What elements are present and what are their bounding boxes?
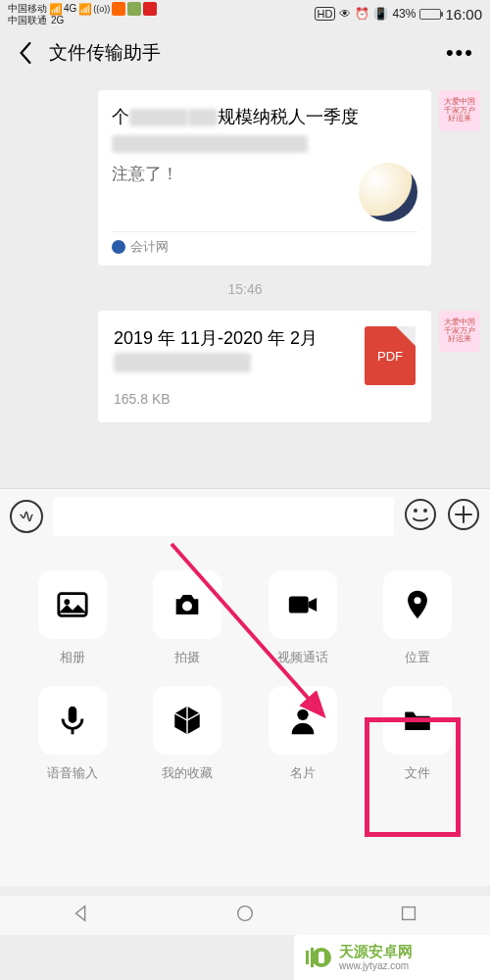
svg-point-0: [406, 500, 435, 529]
alarm-icon: ⏰: [355, 7, 369, 21]
more-button[interactable]: •••: [446, 40, 478, 66]
svg-rect-11: [406, 717, 431, 719]
nav-recent[interactable]: [398, 903, 419, 928]
attachment-label: 位置: [405, 649, 430, 666]
blurred-text: [129, 109, 188, 126]
square-icon: [398, 903, 419, 924]
attachment-camera[interactable]: 拍摄: [135, 570, 241, 666]
watermark: 天源安卓网 www.jytyaz.com: [294, 935, 490, 980]
watermark-logo-icon: [304, 943, 333, 972]
attachment-label: 我的收藏: [162, 764, 213, 782]
pdf-icon: PDF: [365, 326, 416, 385]
app-shortcut-icon: [127, 2, 141, 16]
file-name: 2019 年 11月-2020 年 2月: [114, 326, 351, 375]
svg-point-8: [415, 597, 421, 604]
input-bar: [0, 488, 490, 543]
svg-rect-18: [318, 952, 324, 963]
carrier-1: 中国移动: [8, 4, 47, 14]
chevron-left-icon: [19, 42, 32, 64]
attachment-label: 相册: [60, 649, 85, 666]
svg-point-13: [238, 906, 253, 921]
message-row: 大爱中国 千家万户 好运来 个规模纳税人一季度 注意了！ 会计网: [10, 90, 480, 266]
app-shortcut-icon: [112, 2, 125, 16]
vibrate-icon: 📳: [373, 7, 388, 21]
hd-badge: HD: [315, 7, 336, 21]
location-pin-icon: [401, 588, 434, 621]
blurred-text: [188, 109, 218, 126]
avatar[interactable]: 大爱中国 千家万户 好运来: [439, 311, 480, 352]
article-subtitle: 注意了！: [112, 163, 178, 185]
svg-rect-15: [306, 951, 309, 964]
source-icon: [112, 240, 125, 254]
plus-icon: [447, 498, 480, 531]
svg-point-1: [414, 509, 417, 513]
smile-icon: [404, 498, 437, 531]
timestamp: 15:46: [10, 281, 480, 297]
attachment-label: 文件: [405, 764, 430, 782]
message-row: 大爱中国 千家万户 好运来 2019 年 11月-2020 年 2月 165.8…: [10, 311, 480, 422]
attachment-label: 名片: [290, 764, 316, 782]
attachment-file[interactable]: 文件: [366, 686, 471, 782]
carrier-2: 中国联通: [8, 16, 47, 25]
article-thumbnail: [359, 163, 417, 221]
hotspot-icon: ((o)): [93, 5, 110, 14]
svg-rect-14: [402, 907, 415, 920]
triangle-left-icon: [71, 903, 92, 924]
svg-point-2: [423, 509, 427, 513]
chat-header: 文件传输助手 •••: [0, 27, 490, 78]
folder-icon: [401, 704, 434, 737]
attachment-label: 拍摄: [174, 649, 200, 666]
eye-icon: 👁: [339, 7, 351, 21]
nav-home[interactable]: [234, 903, 256, 928]
svg-rect-9: [69, 707, 77, 723]
image-icon: [56, 588, 89, 621]
clock: 16:00: [445, 6, 482, 23]
system-nav-bar: [0, 896, 490, 935]
attachment-video-call[interactable]: 视频通话: [250, 570, 356, 666]
svg-point-10: [297, 710, 308, 720]
app-shortcut-icon: [143, 2, 157, 16]
battery-pct: 43%: [392, 7, 416, 21]
cube-icon: [171, 704, 204, 737]
signal-icon: 📶: [78, 4, 91, 15]
attachment-label: 视频通话: [277, 649, 328, 666]
signal-icon: 📶: [49, 4, 62, 15]
page-title: 文件传输助手: [49, 40, 161, 66]
sound-wave-icon: [18, 508, 35, 525]
avatar[interactable]: 大爱中国 千家万户 好运来: [439, 90, 480, 131]
circle-icon: [234, 903, 256, 924]
chat-scroll[interactable]: 大爱中国 千家万户 好运来 个规模纳税人一季度 注意了！ 会计网 15:46 大…: [0, 78, 490, 488]
blurred-text: [114, 353, 251, 372]
net-1: 4G: [64, 4, 76, 14]
message-input[interactable]: [53, 497, 394, 536]
nav-back[interactable]: [71, 903, 92, 928]
article-bubble[interactable]: 个规模纳税人一季度 注意了！ 会计网: [98, 90, 431, 266]
attachment-contact-card[interactable]: 名片: [250, 686, 356, 782]
status-bar: 中国移动 📶 4G 📶 ((o)) 中国联通 2G HD 👁 ⏰ 📳 43% 1…: [0, 0, 490, 27]
voice-toggle-button[interactable]: [10, 500, 43, 533]
watermark-url: www.jytyaz.com: [339, 960, 413, 972]
article-title: 个规模纳税人一季度: [112, 104, 417, 157]
attachment-panel: 相册 拍摄 视频通话 位置 语音输入 我的收藏 名片 文件: [0, 543, 490, 886]
file-bubble[interactable]: 2019 年 11月-2020 年 2月 165.8 KB PDF: [98, 311, 431, 422]
blurred-text: [112, 135, 308, 153]
status-right: HD 👁 ⏰ 📳 43% 16:00: [315, 6, 482, 23]
net-2: 2G: [51, 16, 64, 25]
svg-point-5: [64, 599, 70, 605]
back-button[interactable]: [12, 39, 39, 67]
svg-point-6: [182, 601, 192, 611]
attachment-location[interactable]: 位置: [366, 570, 471, 666]
attachment-album[interactable]: 相册: [20, 570, 125, 666]
emoji-button[interactable]: [404, 498, 437, 535]
attachment-label: 语音输入: [47, 764, 98, 782]
svg-rect-7: [289, 597, 309, 613]
microphone-icon: [56, 704, 89, 737]
attachment-favorites[interactable]: 我的收藏: [135, 686, 241, 782]
status-left: 中国移动 📶 4G 📶 ((o)) 中国联通 2G: [8, 2, 157, 25]
plus-button[interactable]: [447, 498, 480, 535]
file-size: 165.8 KB: [114, 391, 351, 407]
camera-icon: [171, 588, 204, 621]
attachment-voice-input[interactable]: 语音输入: [20, 686, 125, 782]
battery-icon: [419, 9, 441, 20]
watermark-name: 天源安卓网: [339, 943, 413, 960]
